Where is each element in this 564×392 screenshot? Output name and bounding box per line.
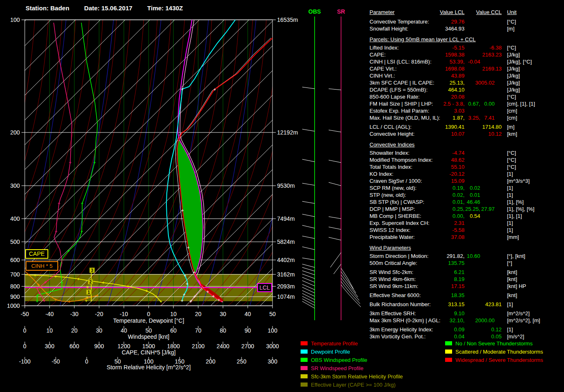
row-value: 2169.13	[482, 66, 502, 72]
table-row: SR Wind 9km-11km:17.15[knt] HP	[367, 283, 561, 290]
row-unit: [J/kg]	[507, 73, 520, 79]
wind-barb	[329, 217, 341, 219]
axis-tick-label: 1500	[142, 343, 155, 349]
row-value: 3005.02	[475, 80, 495, 86]
row-value: 10.12	[488, 131, 502, 137]
row-label: SCP RM (new, old):	[370, 185, 417, 191]
dewpoint-curve	[166, 20, 235, 301]
row-unit: [°C]	[507, 164, 516, 170]
table-row: MB Comp | SHERBE:0.00,0.54[1], [1]	[367, 213, 561, 220]
wind-barb	[341, 268, 353, 289]
altitude-axis: 16535m12192m9530m7494m5824m4402m3162m209…	[273, 17, 298, 300]
row-unit: [km]	[507, 131, 517, 137]
row-label: Showalter Index:	[370, 150, 410, 156]
axis-tick-label: 100	[268, 327, 277, 334]
row-unit: [1], [1]	[507, 213, 522, 219]
row-label: SWISS 12 Index:	[370, 227, 410, 233]
axis-tick-label: -20	[95, 311, 103, 317]
row-unit: [m]	[507, 26, 514, 32]
row-label: Convective Temperature:	[370, 19, 429, 25]
row-label: LCL / CCL (AGL):	[370, 124, 412, 130]
table-row: Craven SigSvr / 1000:15.09[m^3/s^3]	[367, 178, 561, 185]
legend-label: Widespread / Severe Thunderstorms	[455, 357, 543, 363]
row-label: FM Hail Size | SHIP | LHP:	[370, 101, 433, 107]
row-value: 8.19	[454, 276, 464, 282]
row-value: 135.75	[448, 260, 464, 266]
legend-swatch	[301, 349, 308, 354]
row-value: 0.25,	[453, 206, 464, 212]
wind-barb	[341, 278, 359, 300]
cape-axis: 03006009001200150018002100240027003000CA…	[23, 342, 279, 356]
row-value: -4.74	[452, 150, 464, 156]
row-value: 423.81	[485, 301, 502, 307]
wind-barb	[302, 214, 315, 217]
row-unit: [knt] HP	[507, 283, 526, 289]
wind-barb	[302, 201, 315, 203]
table-row: KO Index:-20.12[1]	[367, 171, 561, 178]
row-value: 27.97	[481, 206, 495, 212]
axis-tick-label: 20	[195, 311, 201, 317]
axis-tick-label: 30	[96, 327, 102, 334]
wind-barb	[302, 271, 315, 275]
wind-barb	[302, 183, 315, 185]
altitude-tick-label: 3162m	[277, 271, 295, 278]
pressure-tick-label: 800	[10, 283, 20, 290]
table-section-title: Convective Indices	[370, 142, 561, 148]
svg-text:CINH * 5: CINH * 5	[31, 263, 52, 269]
axis-tick-label: 40	[244, 311, 251, 317]
axis-tick-label: -40	[45, 311, 54, 317]
table-row: 3km Effective SRH:9.10[m^2/s^2]	[367, 310, 561, 317]
row-unit: [knt]	[507, 276, 517, 282]
row-value: 53.39,	[450, 59, 464, 65]
wind-barb	[302, 258, 315, 260]
table-row: SB STP (fix) | CWASP:0.01,46.46[1], [%]	[367, 199, 561, 206]
lcl-label-box: LCL	[258, 283, 272, 292]
row-unit: [m^2/s^2]	[507, 310, 530, 316]
row-value: -5.15	[452, 45, 464, 51]
row-unit: [m^2/s^2], [m]	[507, 317, 540, 324]
row-value: -20.12	[449, 171, 464, 177]
table-row: Max 3km SRH (0-2km) | AGL:32.10,2000.00[…	[367, 317, 561, 324]
axis-tick-label: 1800	[167, 343, 180, 349]
row-unit: [mm]	[507, 234, 519, 240]
legend-label: OBS Windspeed Profile	[311, 357, 367, 363]
row-value: 37.08	[451, 234, 464, 240]
row-unit: [cm]	[507, 115, 517, 121]
row-value: 17.15	[451, 283, 464, 289]
row-value: 15.09	[451, 178, 464, 184]
row-value: 0.00	[484, 101, 495, 107]
table-row: DCAPE (LFS = 550mB):464.10[J/kg]	[367, 87, 561, 94]
row-label: 500m Critical Angle:	[370, 260, 417, 266]
legend-label: Effective Layer (CAPE >= 100 J/kg)	[311, 382, 396, 388]
row-value: 10.60	[467, 253, 480, 259]
pressure-tick-label: 200	[10, 129, 20, 136]
row-unit: [°C]	[507, 157, 516, 163]
legend-item-severity: No / Non Severe Thunderstorms	[445, 339, 543, 347]
pressure-tick-label: 500	[10, 239, 20, 245]
table-row: DCP | MMP | MSP:0.25,25.25,27.97[1], [%]…	[367, 206, 561, 213]
svg-text:LCL: LCL	[259, 284, 270, 291]
wind-barb	[329, 160, 341, 163]
row-label: Max 3km SRH (0-2km) | AGL:	[370, 317, 441, 324]
altitude-tick-label: 16535m	[277, 17, 298, 23]
row-label: Lifted Index:	[370, 45, 399, 51]
row-label: MB Comp | SHERBE:	[370, 213, 421, 219]
altitude-tick-label: 4402m	[277, 257, 295, 263]
wind-barb	[329, 237, 341, 240]
axis-tick-label: 0	[23, 327, 26, 334]
table-row: LCL / CCL (AGL):1390.411714.80[m]	[367, 124, 561, 131]
row-label: Craven SigSvr / 1000:	[370, 178, 422, 184]
table-row: CINH Virt.:43.89[J/kg]	[367, 73, 561, 80]
row-unit: [°C]	[507, 19, 516, 25]
row-unit: [J/kg]	[507, 80, 520, 86]
table-row: CINH | LSI (LCL: 816mB):53.39,-0.04[J/kg…	[367, 59, 561, 66]
axis-tick-label: 300	[268, 358, 277, 365]
axis-tick-label: 60	[170, 327, 177, 334]
legend-swatch	[301, 366, 308, 370]
row-value: 55.10	[451, 164, 464, 170]
profile-legend: Temperature ProfileDewpoint ProfileOBS W…	[301, 339, 403, 389]
wind-barb	[329, 182, 341, 186]
axis-tick-label: 250	[237, 358, 246, 365]
row-label: DCAPE (LFS = 550mB):	[370, 87, 428, 93]
svg-text:2: 2	[89, 280, 92, 284]
